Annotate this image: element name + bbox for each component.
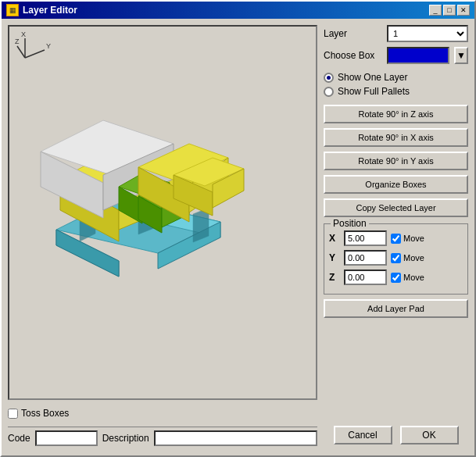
left-panel: Z Y X <box>8 25 317 449</box>
choose-box-label: Choose Box <box>324 50 382 61</box>
title-bar: ▦ Layer Editor _ □ ✕ <box>2 2 474 19</box>
x-move-check[interactable]: Move <box>391 234 424 244</box>
title-buttons: _ □ ✕ <box>429 5 470 16</box>
x-input[interactable] <box>344 230 387 246</box>
organize-boxes-button[interactable]: Organize Boxes <box>324 175 468 194</box>
code-input[interactable] <box>35 430 98 446</box>
window-icon: ▦ <box>6 4 19 16</box>
copy-layer-button[interactable]: Copy Selected Layer <box>324 198 468 217</box>
radio-full-pallets-btn[interactable] <box>324 87 334 97</box>
title-bar-left: ▦ Layer Editor <box>6 4 77 16</box>
x-move-label: Move <box>403 234 424 243</box>
x-move-checkbox[interactable] <box>391 234 401 244</box>
radio-one-layer-item[interactable]: Show One Layer <box>324 72 468 83</box>
y-position-row: Y Move <box>329 250 463 266</box>
maximize-button[interactable]: □ <box>443 5 456 16</box>
svg-text:Z: Z <box>15 37 20 45</box>
layer-editor-window: ▦ Layer Editor _ □ ✕ Z Y X <box>0 0 476 457</box>
y-move-label: Move <box>403 253 424 262</box>
layer-label: Layer <box>324 28 382 39</box>
radio-full-pallets-label: Show Full Pallets <box>338 86 410 97</box>
z-input[interactable] <box>344 270 387 285</box>
z-position-row: Z Move <box>329 270 463 285</box>
z-axis-label: Z <box>329 272 340 283</box>
position-group: Position X Move Y Move <box>324 223 468 295</box>
rotate-y-button[interactable]: Rotate 90° in Y axis <box>324 152 468 170</box>
x-position-row: X Move <box>329 230 463 246</box>
z-move-check[interactable]: Move <box>391 273 424 283</box>
description-input[interactable] <box>154 430 317 446</box>
y-axis-label: Y <box>329 252 340 263</box>
radio-one-layer-btn[interactable] <box>324 73 334 83</box>
svg-text:X: X <box>21 30 26 38</box>
choose-box-row: Choose Box Blue ▼ <box>324 47 468 64</box>
cancel-button[interactable]: Cancel <box>334 426 392 445</box>
y-move-checkbox[interactable] <box>391 253 401 263</box>
toss-boxes-checkbox[interactable] <box>8 409 18 419</box>
close-button[interactable]: ✕ <box>457 5 470 16</box>
minimize-button[interactable]: _ <box>429 5 442 16</box>
z-move-label: Move <box>403 273 424 282</box>
pallet-scene <box>17 58 236 277</box>
main-content: Z Y X <box>2 19 474 455</box>
choose-box-color[interactable]: Blue <box>387 47 449 64</box>
position-legend: Position <box>331 218 369 229</box>
right-panel: Layer 1 2 3 Choose Box Blue ▼ <box>324 25 468 449</box>
window-title: Layer Editor <box>23 5 77 16</box>
choose-box-dropdown-btn[interactable]: ▼ <box>454 47 468 64</box>
rotate-x-button[interactable]: Rotate 90° in X axis <box>324 128 468 147</box>
x-axis-label: X <box>329 233 340 244</box>
toss-boxes-label[interactable]: Toss Boxes <box>8 408 69 419</box>
svg-line-1 <box>25 50 45 58</box>
z-move-checkbox[interactable] <box>391 273 401 283</box>
pallet-svg <box>17 58 267 292</box>
rotate-z-button[interactable]: Rotate 90° in Z axis <box>324 105 468 123</box>
svg-line-0 <box>17 46 25 58</box>
radio-full-pallets-item[interactable]: Show Full Pallets <box>324 86 468 97</box>
y-move-check[interactable]: Move <box>391 253 424 263</box>
layer-select[interactable]: 1 2 3 <box>387 25 468 42</box>
code-label: Code <box>8 433 30 444</box>
add-layer-pad-button[interactable]: Add Layer Pad <box>324 299 468 318</box>
y-input[interactable] <box>344 250 387 266</box>
code-description-row: Code Description <box>8 427 317 449</box>
footer-buttons: Cancel OK <box>324 421 468 449</box>
canvas-area: Z Y X <box>8 25 317 400</box>
toss-boxes-text: Toss Boxes <box>21 408 69 419</box>
svg-text:Y: Y <box>46 42 51 50</box>
layer-row: Layer 1 2 3 <box>324 25 468 42</box>
toss-boxes-row: Toss Boxes <box>8 405 317 422</box>
ok-button[interactable]: OK <box>400 426 459 445</box>
radio-one-layer-label: Show One Layer <box>338 72 407 83</box>
radio-group: Show One Layer Show Full Pallets <box>324 72 468 97</box>
description-label: Description <box>102 433 149 444</box>
